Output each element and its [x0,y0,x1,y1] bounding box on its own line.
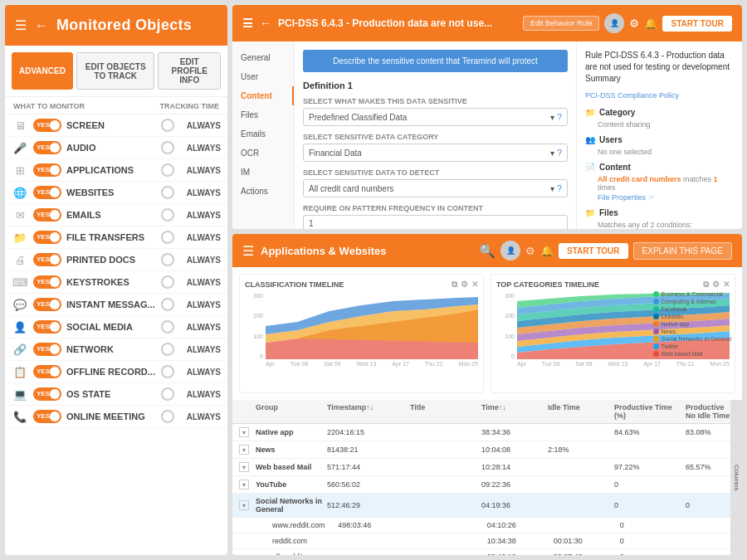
table-row[interactable]: ▾ YouTube 560:56:02 09:22:36 0 [232,476,742,494]
table-row[interactable]: ▾ Native app 2204:16:15 38:34:36 84.63% … [232,424,742,441]
toggle-file-transfers[interactable]: YES [33,231,61,244]
nav-item-actions[interactable]: Actions [232,182,294,201]
table-row[interactable]: ▾ Web based Mail 571:17:44 10:28:14 97.2… [232,459,742,476]
toggle-os-state[interactable]: YES [33,387,61,401]
dot-icon-emails [161,208,174,222]
advanced-button[interactable]: ADVANCED [12,52,73,90]
nav-item-files[interactable]: Files [232,105,294,124]
hamburger-icon-2[interactable]: ☰ [242,17,253,30]
edit-profile-button[interactable]: EDIT PROFILE INFO [158,52,221,90]
toggle-screen[interactable]: YES [33,119,61,132]
hamburger-icon-3[interactable]: ☰ [242,243,254,259]
item-icon-screen: 🖥 [12,119,28,132]
toggle-instant-msg[interactable]: YES [33,298,61,311]
table-row[interactable]: ▾ Social Networks in General 512:46:29 0… [232,494,742,518]
monitor-item-applications: ⊞ YES APPLICATIONS ALWAYS [5,159,227,182]
explain-page-button[interactable]: EXPLAIN THIS PAGE [633,242,732,260]
copy-icon-2[interactable]: ⧉ [703,280,709,290]
toggle-online-meeting[interactable]: YES [33,410,61,423]
dot-icon-file-transfers [161,231,174,244]
copy-icon[interactable]: ⧉ [452,280,457,290]
col-timestamp[interactable]: Timestamp↑↓ [327,403,410,420]
select-field-3[interactable]: All credit card numbers ▾ ? [303,179,568,197]
table-row[interactable]: ▾ News 81438:21 10:04:08 2:18% [232,441,742,459]
gear-icon-2[interactable]: ⚙ [525,245,535,257]
toggle-printed-docs[interactable]: YES [33,253,61,266]
start-tour-button[interactable]: START TOUR [662,16,732,32]
expand-btn[interactable]: ▾ [239,500,256,510]
table-row[interactable]: www.reddit.com 498:03:46 04:10:26 0 [232,518,742,533]
item-icon-offline-record: 📋 [12,366,28,378]
gear-icon[interactable]: ⚙ [629,17,639,30]
toggle-applications[interactable]: YES [33,163,61,177]
rule-policy[interactable]: PCI-DSS Compliance Policy [585,91,734,100]
bell-icon-2[interactable]: 🔔 [540,245,554,257]
expand-btn[interactable]: ▾ [239,427,256,437]
top-right-header: ☰ ← PCI-DSS 6.4.3 - Production data are … [232,5,742,41]
close-icon-2[interactable]: ✕ [723,280,730,290]
field-label-2: SELECT SENSITIVE DATA CATEGORY [303,133,568,141]
toggle-audio[interactable]: YES [33,141,61,154]
item-icon-websites: 🌐 [12,187,28,199]
top-right-panel: ☰ ← PCI-DSS 6.4.3 - Production data are … [232,5,742,229]
toggle-emails[interactable]: YES [33,208,61,222]
col-productive: Productive Time (%) [614,403,686,420]
bottom-body: CLASSIFICATION TIMELINE ⧉ ⚙ ✕ 3002001000 [232,267,742,555]
nav-item-user[interactable]: User [232,67,294,86]
expand-btn[interactable]: ▾ [239,480,256,489]
chart2-x-labels: AprTue 08Sat 09Wed 13Apr 17Thu 21Mon 25 [517,361,730,376]
frequency-input[interactable]: 1 [303,215,568,229]
legend-item: Twitter [653,343,731,349]
left-header: ☰ ← Monitored Objects [5,5,227,46]
back-arrow-icon[interactable]: ← [35,18,48,33]
bottom-header-actions: 🔍 👤 ⚙ 🔔 START TOUR EXPLAIN THIS PAGE [479,241,732,261]
close-icon[interactable]: ✕ [471,280,478,290]
edit-objects-button[interactable]: EDIT OBJECTS TO TRACK [76,52,155,90]
avatar-2: 👤 [500,241,520,261]
col-prod-noidl: Productive No Idle Time [686,403,735,420]
item-name-websites: WEBSITES [66,187,156,197]
files-section: 📁 Files Matches any of 2 conditions: Fil… [585,208,734,229]
expand-btn[interactable]: ▾ [239,445,256,455]
item-icon-file-transfers: 📁 [12,231,28,244]
left-panel: ☰ ← Monitored Objects ADVANCED EDIT OBJE… [5,5,227,555]
table-row[interactable]: alb.reddit.com 03:46:10 00:07:40 0 [232,549,742,555]
monitor-item-audio: 🎤 YES AUDIO ALWAYS [5,137,227,159]
nav-item-general[interactable]: General [232,48,294,67]
field-label-1: SELECT WHAT MAKES THIS DATA SENSITIVE [303,97,568,105]
edit-behavior-rule-button[interactable]: Edit Behavior Rule [523,16,600,31]
settings-icon-2[interactable]: ⚙ [712,280,720,290]
toggle-offline-record[interactable]: YES [33,365,61,378]
back-arrow-icon-2[interactable]: ← [260,17,271,30]
select-field-2[interactable]: Financial Data ▾ ? [303,144,568,162]
select-field-1[interactable]: Predefined Classified Data ▾ ? [303,108,568,126]
item-name-applications: APPLICATIONS [66,165,156,175]
table-row[interactable]: reddit.com 10:34:38 00:01:30 0 [232,533,742,549]
top-categories-timeline-chart: TOP CATEGORIES TIMELINE ⧉ ⚙ ✕ 3002001000 [491,274,735,393]
settings-icon[interactable]: ⚙ [461,280,468,290]
start-tour-button-2[interactable]: START TOUR [559,243,628,259]
nav-item-ocr[interactable]: OCR [232,144,294,163]
nav-item-content[interactable]: Content [232,86,294,105]
monitor-list: 🖥 YES SCREEN ALWAYS 🎤 YES AUDIO ALWAYS ⊞… [5,114,227,555]
bell-icon[interactable]: 🔔 [644,17,657,30]
nav-item-im[interactable]: IM [232,163,294,182]
users-section: 👥 Users No one selected [585,135,734,156]
toggle-websites[interactable]: YES [33,186,61,199]
toggle-network[interactable]: YES [33,343,61,356]
item-icon-audio: 🎤 [12,142,28,154]
item-name-audio: AUDIO [66,143,156,153]
dot-icon-social-media [161,320,174,334]
search-icon[interactable]: 🔍 [479,243,496,259]
item-icon-applications: ⊞ [12,164,28,177]
nav-item-emails[interactable]: Emails [232,124,294,144]
charts-row: CLASSIFICATION TIMELINE ⧉ ⚙ ✕ 3002001000 [232,267,742,400]
toggle-keystrokes[interactable]: YES [33,275,61,289]
expand-btn[interactable]: ▾ [239,462,256,472]
columns-sidebar[interactable]: Columns [730,400,742,555]
dot-icon-instant-msg [161,298,174,311]
col-time[interactable]: Time↑↓ [481,403,548,420]
hamburger-icon[interactable]: ☰ [15,17,27,33]
toggle-social-media[interactable]: YES [33,320,61,334]
rule-info-panel: Rule PCI-DSS 6.4.3 - Production data are… [576,41,742,229]
